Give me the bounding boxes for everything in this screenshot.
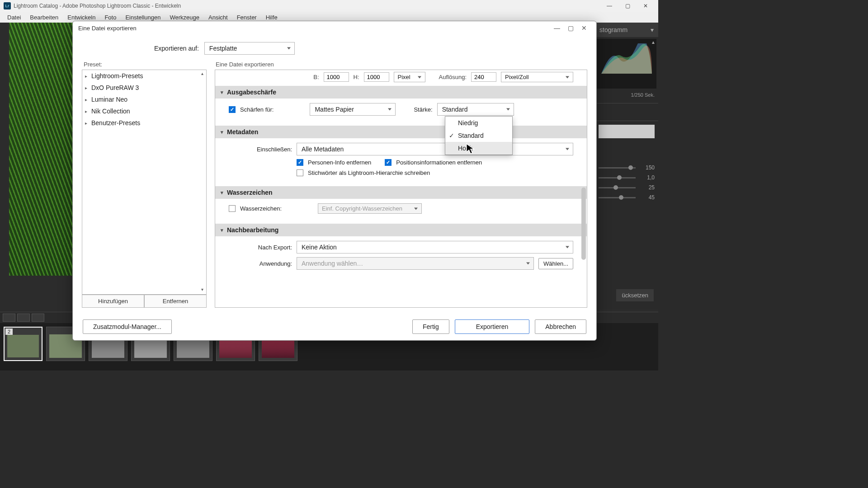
export-to-select[interactable]: Festplatte [204, 42, 295, 55]
tool-strip [595, 103, 658, 121]
slider-row[interactable]: 45 [595, 192, 658, 202]
section-metadata-body: Einschließen: Alle Metadaten Personen-In… [215, 138, 587, 186]
export-dialog: Eine Datei exportieren — ▢ ✕ Exportieren… [72, 21, 597, 341]
menu-ansicht[interactable]: Ansicht [204, 14, 232, 21]
keywords-hierarchy-label: Stichwörter als Lightroom-Hierarchie sch… [308, 169, 430, 176]
slider-value: 1,0 [639, 174, 655, 181]
preset-label: Preset: [82, 61, 207, 70]
resolution-unit-select[interactable]: Pixel/Zoll [501, 72, 573, 82]
remove-person-checkbox[interactable] [297, 159, 303, 166]
right-panel: stogramm ▾ ▲ 1/250 Sek. 150 1,0 25 45 üc… [595, 23, 658, 310]
section-sharpen-header[interactable]: Ausgabeschärfe [215, 86, 587, 99]
strength-option-standard[interactable]: Standard [445, 129, 512, 142]
sharpen-checkbox[interactable] [229, 106, 236, 113]
strength-option-low[interactable]: Niedrig [445, 117, 512, 129]
section-post-header[interactable]: Nachbearbeitung [215, 224, 587, 236]
application-label: Anwendung: [229, 260, 292, 267]
menu-foto[interactable]: Foto [100, 14, 121, 21]
done-button[interactable]: Fertig [412, 319, 449, 334]
menu-entwickeln[interactable]: Entwickeln [63, 14, 100, 21]
histogram: ▲ [597, 39, 656, 89]
chevron-down-icon: ▾ [651, 26, 654, 33]
sharpen-for-select[interactable]: Mattes Papier [310, 103, 396, 116]
dimensions-row: B: H: Pixel Auflösung: Pixel/Zoll [215, 70, 587, 86]
section-watermark-header[interactable]: Wasserzeichen [215, 186, 587, 199]
menu-fenster[interactable]: Fenster [232, 14, 261, 21]
menu-bearbeiten[interactable]: Bearbeiten [25, 14, 63, 21]
after-export-label: Nach Export: [229, 244, 292, 251]
width-label: B: [313, 74, 319, 80]
watermark-checkbox[interactable] [229, 205, 236, 212]
settings-header: Eine Datei exportieren [215, 61, 587, 70]
choose-app-button[interactable]: Wählen... [538, 258, 573, 269]
export-button[interactable]: Exportieren [455, 319, 530, 334]
dialog-close-button[interactable]: ✕ [577, 24, 591, 32]
preset-item[interactable]: Nik Collection [82, 105, 206, 117]
slider-row[interactable]: 25 [595, 183, 658, 192]
thumbnail[interactable]: 2 [4, 327, 42, 361]
application-select[interactable]: Anwendung wählen… [297, 257, 534, 270]
dialog-maximize-button[interactable]: ▢ [564, 24, 577, 32]
menu-datei[interactable]: Datei [3, 14, 25, 21]
slider-row[interactable]: 1,0 [595, 173, 658, 183]
menu-werkzeuge[interactable]: Werkzeuge [165, 14, 204, 21]
view-mode-button[interactable] [32, 314, 44, 322]
export-to-label: Exportieren auf: [154, 45, 199, 52]
strength-dropdown: Niedrig Standard Hoch [445, 116, 513, 155]
dim-unit-select[interactable]: Pixel [394, 72, 425, 82]
include-label: Einschließen: [229, 146, 292, 153]
section-watermark-body: Wasserzeichen: Einf. Copyright-Wasserzei… [215, 199, 587, 224]
remove-location-label: Positionsinformationen entfernen [396, 159, 482, 166]
scrollbar[interactable] [581, 188, 586, 260]
window-title: Lightroom Catalog - Adobe Photoshop Ligh… [14, 3, 181, 9]
section-sharpen-body: Schärfen für: Mattes Papier Stärke: Stan… [215, 99, 587, 126]
dialog-titlebar: Eine Datei exportieren — ▢ ✕ [73, 21, 596, 35]
export-target-row: Exportieren auf: Festplatte [82, 38, 587, 61]
preset-item[interactable]: Benutzer-Presets [82, 117, 206, 129]
after-export-select[interactable]: Keine Aktion [297, 241, 573, 253]
slider-row[interactable]: 150 [595, 163, 658, 173]
scroll-down-icon[interactable]: ▾ [199, 287, 205, 293]
strength-label: Stärke: [414, 106, 432, 113]
strength-select[interactable]: Standard [437, 103, 514, 116]
resolution-input[interactable] [471, 72, 496, 82]
section-metadata-header[interactable]: Metadaten [215, 126, 587, 138]
strength-option-high[interactable]: Hoch [445, 142, 512, 155]
close-button[interactable]: ✕ [637, 3, 655, 9]
watermark-select[interactable]: Einf. Copyright-Wasserzeichen [318, 203, 422, 214]
dialog-minimize-button[interactable]: — [550, 24, 564, 32]
maximize-button[interactable]: ▢ [618, 3, 637, 9]
histogram-header[interactable]: stogramm ▾ [595, 23, 658, 37]
plugin-manager-button[interactable]: Zusatzmodul-Manager... [83, 319, 172, 334]
preset-column: Preset: ▴ Lightroom-Presets DxO PureRAW … [82, 61, 207, 308]
thumbnail-badge: 2 [5, 328, 13, 335]
view-mode-button[interactable] [17, 314, 30, 322]
height-input[interactable] [364, 72, 389, 82]
reset-button[interactable]: ücksetzen [616, 289, 654, 301]
preset-item[interactable]: Lightroom-Presets [82, 70, 206, 82]
remove-location-checkbox[interactable] [385, 159, 392, 166]
keywords-hierarchy-checkbox[interactable] [297, 169, 303, 176]
preset-item[interactable]: DxO PureRAW 3 [82, 82, 206, 94]
preset-item[interactable]: Luminar Neo [82, 94, 206, 105]
menu-einstellungen[interactable]: Einstellungen [121, 14, 165, 21]
dialog-title: Eine Datei exportieren [78, 25, 137, 32]
view-mode-button[interactable] [3, 314, 15, 322]
warning-icon: ▲ [651, 40, 656, 45]
settings-column: Eine Datei exportieren B: H: Pixel Auflö… [207, 61, 587, 308]
sharpen-for-label: Schärfen für: [240, 106, 274, 113]
histogram-label: stogramm [599, 26, 627, 33]
cancel-button[interactable]: Abbrechen [535, 319, 586, 334]
include-select[interactable]: Alle Metadaten [297, 143, 573, 155]
remove-person-label: Personen-Info entfernen [308, 159, 371, 166]
slider-value: 150 [639, 164, 655, 171]
slider-value: 45 [639, 194, 655, 201]
add-preset-button[interactable]: Hinzufügen [82, 295, 144, 308]
app-icon: Lr [4, 2, 11, 9]
width-input[interactable] [324, 72, 349, 82]
resolution-label: Auflösung: [439, 74, 467, 80]
preview-image [9, 23, 72, 276]
minimize-button[interactable]: — [600, 3, 618, 9]
menu-hilfe[interactable]: Hilfe [261, 14, 282, 21]
remove-preset-button[interactable]: Entfernen [144, 295, 207, 308]
